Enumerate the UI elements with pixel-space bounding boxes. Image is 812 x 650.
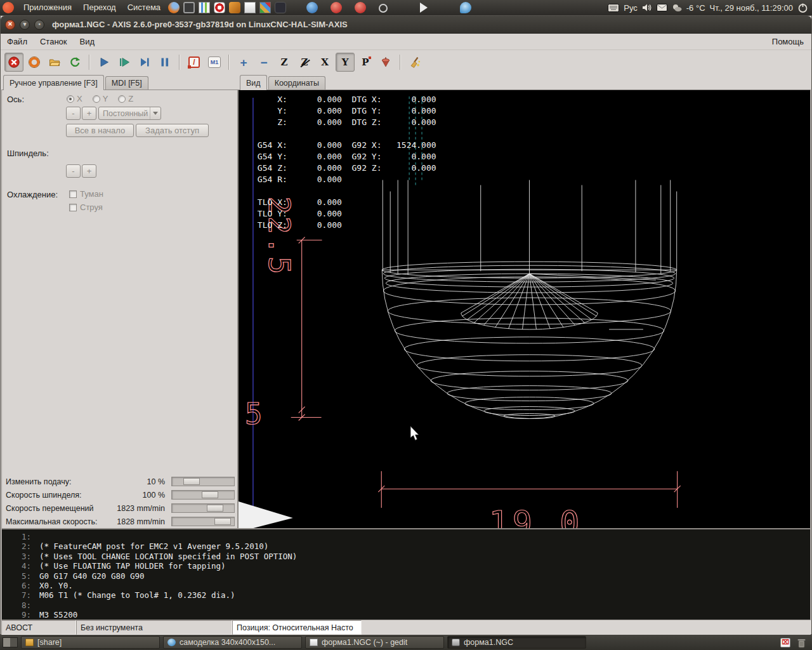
gcode-line[interactable]: 7:M06 T1 (* Change to Tool# 1, 0.2362 di… <box>2 590 810 600</box>
gcode-line[interactable]: 5:G0 G17 G40 G20 G80 G90 <box>2 571 810 581</box>
clear-plot-button[interactable] <box>405 53 424 72</box>
spindle-minus-button[interactable]: - <box>66 164 81 178</box>
terminal-icon[interactable] <box>183 2 195 13</box>
max-velocity-slider[interactable] <box>171 517 235 526</box>
mist-checkbox[interactable]: Туман <box>69 189 103 199</box>
maximize-window-button[interactable]: ▪ <box>34 20 44 30</box>
view-y-button[interactable]: Y <box>336 53 355 72</box>
jog-mode-value: Постоянный <box>103 109 148 118</box>
pause-button[interactable] <box>155 53 174 72</box>
zoom-in-button[interactable]: + <box>234 53 253 72</box>
opera-icon[interactable] <box>214 2 225 13</box>
trash-icon[interactable] <box>797 637 806 648</box>
rotate-view-icon <box>379 56 392 69</box>
taskbar-item-browser[interactable]: самоделка 340x400x150... <box>163 636 302 649</box>
pause-icon <box>159 56 171 69</box>
gcode-line[interactable]: 9:M3 S5200 <box>2 610 810 620</box>
gcode-line[interactable]: 1: <box>2 532 810 541</box>
view-perspective-button[interactable]: P <box>356 53 375 72</box>
search-icon[interactable] <box>379 4 388 13</box>
weather-icon[interactable] <box>672 3 682 12</box>
temperature-label[interactable]: -6 °C <box>686 3 705 13</box>
axis-x-radio[interactable]: X <box>67 94 82 103</box>
ubuntu-logo-icon[interactable] <box>3 2 14 13</box>
menu-file[interactable]: Файл <box>1 34 34 50</box>
toolbar-separator <box>228 55 230 70</box>
spindle-plus-button[interactable]: + <box>82 164 96 178</box>
view-z-rotated-button[interactable]: Z <box>295 53 314 72</box>
red-app-2-icon[interactable] <box>355 2 366 13</box>
clock-label[interactable]: Чт., 29 нояб., 11:29:00 <box>710 3 793 13</box>
view-x-button[interactable]: X <box>315 53 334 72</box>
tab-dro[interactable]: Координаты <box>268 76 325 90</box>
rotate-view-button[interactable] <box>376 53 395 72</box>
gcode-line[interactable]: 6:X0. Y0. <box>2 581 810 590</box>
reload-file-button[interactable] <box>65 53 84 72</box>
blue-app-icon[interactable] <box>306 2 318 13</box>
menu-view[interactable]: Вид <box>74 34 102 50</box>
estop-button[interactable] <box>4 53 23 72</box>
office-chart-icon[interactable] <box>199 2 210 13</box>
flood-checkbox[interactable]: Струя <box>69 202 103 212</box>
firefox-icon[interactable] <box>168 2 180 13</box>
view-z-button[interactable]: Z <box>275 53 294 72</box>
dolphin-app-icon[interactable] <box>460 2 471 13</box>
feed-override-slider[interactable] <box>171 477 235 486</box>
jog-plus-button[interactable]: + <box>82 107 96 120</box>
spreadsheet-icon[interactable] <box>259 2 271 13</box>
gcode-line[interactable]: 8: <box>2 600 810 610</box>
tab-preview[interactable]: Вид <box>240 75 267 90</box>
system-menu[interactable]: Система <box>122 0 166 15</box>
jog-minus-button[interactable]: - <box>66 107 81 120</box>
open-file-button[interactable] <box>45 53 64 72</box>
titlebar[interactable]: ✕ ▾ ▪ форма1.NGC - AXIS 2.6.0-pre0-3537-… <box>1 16 811 34</box>
tab-manual-control[interactable]: Ручное управление [F3] <box>3 75 104 90</box>
inkscape-icon[interactable] <box>275 2 286 13</box>
axis-y-radio[interactable]: Y <box>93 94 108 103</box>
taskbar-item-gedit[interactable]: форма1.NGC (~) - gedit <box>305 636 444 649</box>
tab-mdi[interactable]: MDI [F5] <box>105 76 148 90</box>
mail-icon[interactable] <box>657 4 667 11</box>
folder-icon <box>25 639 34 646</box>
keyboard-layout-label[interactable]: Рус <box>624 3 638 13</box>
notification-tray-icon[interactable]: ⌧ <box>780 638 790 647</box>
red-app-icon[interactable] <box>331 2 342 13</box>
tools-icon[interactable] <box>229 2 240 13</box>
menu-machine[interactable]: Станок <box>34 34 74 50</box>
zoom-out-button[interactable]: − <box>254 53 273 72</box>
gcode-line[interactable]: 2:(* FeatureCAM post for EMC2 v1 Avenger… <box>2 541 810 551</box>
workspace-switcher[interactable] <box>3 637 18 647</box>
radio-icon <box>67 95 74 103</box>
preview-canvas[interactable]: 22.5 5 19.0 X: 0.000 DTG X: 0.000 Y: 0.0… <box>238 90 811 529</box>
volume-icon[interactable] <box>642 3 652 12</box>
view-perspective-icon: P <box>362 58 369 67</box>
document-editor-icon[interactable] <box>244 2 256 13</box>
places-menu[interactable]: Переход <box>77 0 122 15</box>
machine-power-button[interactable] <box>25 53 44 72</box>
gcode-line[interactable]: 4:(* Use FLOATING TAP HOLDER for tapping… <box>2 561 810 571</box>
run-button[interactable] <box>95 53 114 72</box>
menu-help[interactable]: Помощь <box>764 34 811 50</box>
minimize-window-button[interactable]: ▾ <box>20 20 30 30</box>
home-all-button[interactable]: Все в начало <box>66 124 134 137</box>
spindle-override-slider[interactable] <box>171 490 235 500</box>
gcode-listing[interactable]: 1: 2:(* FeatureCAM post for EMC2 v1 Aven… <box>1 529 811 620</box>
status-tool: Без инструмента <box>76 620 232 635</box>
jog-mode-select[interactable]: Постоянный <box>98 107 161 120</box>
radio-icon <box>118 95 126 103</box>
applications-menu[interactable]: Приложения <box>18 0 77 15</box>
optional-pause-button[interactable]: M1 <box>205 53 224 72</box>
touch-off-button[interactable]: Задать отступ <box>136 124 209 137</box>
gcode-line[interactable]: 3:(* Uses TOOL CHANGE LOCATION specified… <box>2 552 810 561</box>
taskbar-item-share[interactable]: [share] <box>21 636 160 649</box>
keyboard-indicator-icon[interactable] <box>608 4 619 12</box>
close-window-button[interactable]: ✕ <box>5 20 15 30</box>
jog-speed-slider[interactable] <box>171 503 235 513</box>
axis-z-radio[interactable]: Z <box>118 94 133 103</box>
taskbar-item-axis[interactable]: форма1.NGC <box>447 636 586 649</box>
arrow-launcher-icon[interactable] <box>420 3 428 13</box>
power-icon[interactable] <box>797 3 808 13</box>
skip-lines-button[interactable]: / <box>185 53 204 72</box>
step-button[interactable] <box>135 53 154 72</box>
run-from-line-button[interactable] <box>115 53 134 72</box>
